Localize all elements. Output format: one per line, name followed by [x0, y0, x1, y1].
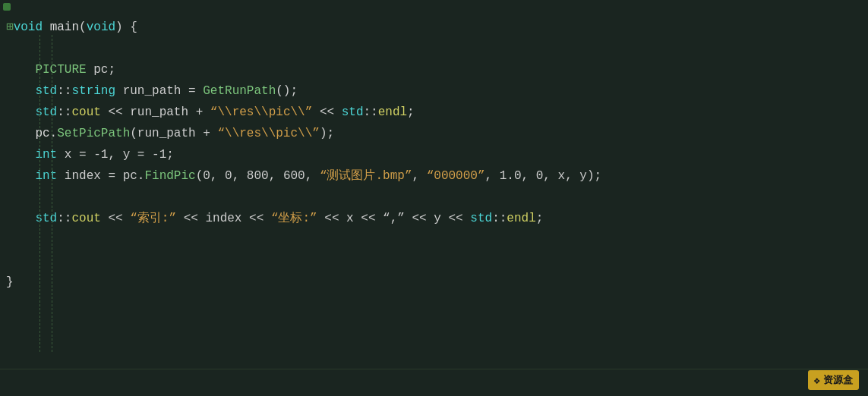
- editor-container: ⊞void main(void) { PICTURE pc; std::stri…: [0, 0, 868, 396]
- watermark: ❖ 资源盒: [808, 370, 859, 390]
- indent-guide-2: [52, 35, 52, 352]
- indent-guide-1: [39, 35, 40, 352]
- bottom-bar: ❖ 资源盒: [0, 369, 868, 396]
- top-bar: [0, 0, 868, 14]
- code-area: ⊞void main(void) { PICTURE pc; std::stri…: [0, 14, 868, 296]
- watermark-icon: ❖: [814, 374, 820, 387]
- fold-minus[interactable]: ⊞: [6, 20, 14, 34]
- green-dot-icon: [3, 3, 11, 11]
- watermark-text: 资源盒: [823, 373, 853, 387]
- code-block: ⊞void main(void) { PICTURE pc; std::stri…: [6, 17, 868, 293]
